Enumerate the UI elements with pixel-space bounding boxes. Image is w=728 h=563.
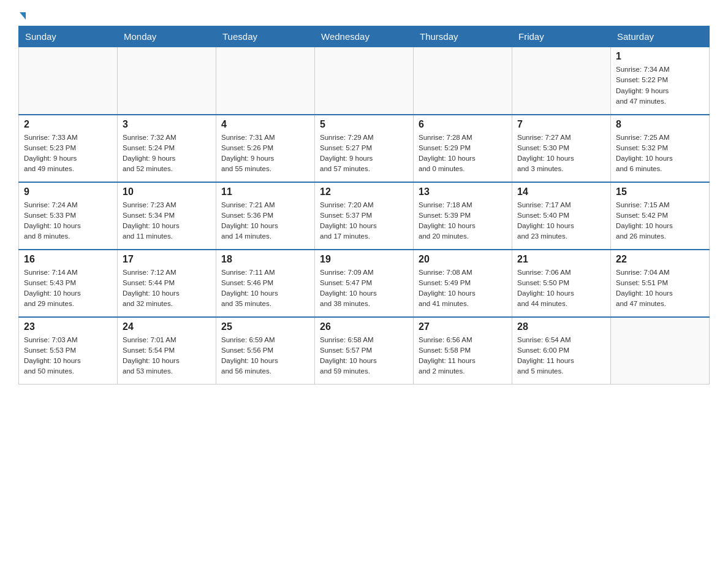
empty-cell xyxy=(611,317,710,385)
day-info: Sunrise: 7:31 AM Sunset: 5:26 PM Dayligh… xyxy=(221,132,309,175)
weekday-header-saturday: Saturday xyxy=(611,26,710,47)
empty-cell xyxy=(118,47,216,115)
day-info: Sunrise: 7:20 AM Sunset: 5:37 PM Dayligh… xyxy=(320,200,408,242)
day-info: Sunrise: 7:29 AM Sunset: 5:27 PM Dayligh… xyxy=(320,132,408,175)
calendar-day-4: 4Sunrise: 7:31 AM Sunset: 5:26 PM Daylig… xyxy=(216,115,315,182)
day-info: Sunrise: 7:23 AM Sunset: 5:34 PM Dayligh… xyxy=(123,200,211,242)
calendar-day-25: 25Sunrise: 6:59 AM Sunset: 5:56 PM Dayli… xyxy=(216,317,315,385)
day-info: Sunrise: 7:17 AM Sunset: 5:40 PM Dayligh… xyxy=(517,200,605,242)
calendar-day-11: 11Sunrise: 7:21 AM Sunset: 5:36 PM Dayli… xyxy=(216,182,315,250)
day-number: 16 xyxy=(24,254,112,265)
day-number: 9 xyxy=(24,186,112,197)
day-info: Sunrise: 6:54 AM Sunset: 6:00 PM Dayligh… xyxy=(517,335,605,377)
day-info: Sunrise: 7:24 AM Sunset: 5:33 PM Dayligh… xyxy=(24,200,112,242)
empty-cell xyxy=(19,47,118,115)
calendar-week-row-4: 16Sunrise: 7:14 AM Sunset: 5:43 PM Dayli… xyxy=(19,250,710,317)
calendar-week-row-2: 2Sunrise: 7:33 AM Sunset: 5:23 PM Daylig… xyxy=(19,115,710,182)
day-info: Sunrise: 7:32 AM Sunset: 5:24 PM Dayligh… xyxy=(123,132,211,175)
day-info: Sunrise: 6:58 AM Sunset: 5:57 PM Dayligh… xyxy=(320,335,408,377)
day-number: 21 xyxy=(517,254,605,265)
day-number: 3 xyxy=(123,119,211,130)
day-info: Sunrise: 7:12 AM Sunset: 5:44 PM Dayligh… xyxy=(123,267,211,310)
empty-cell xyxy=(414,47,512,115)
day-info: Sunrise: 7:09 AM Sunset: 5:47 PM Dayligh… xyxy=(320,267,408,310)
weekday-header-tuesday: Tuesday xyxy=(216,26,315,47)
page-header xyxy=(18,12,710,20)
calendar-day-9: 9Sunrise: 7:24 AM Sunset: 5:33 PM Daylig… xyxy=(19,182,118,250)
day-info: Sunrise: 7:33 AM Sunset: 5:23 PM Dayligh… xyxy=(24,132,112,175)
calendar-day-8: 8Sunrise: 7:25 AM Sunset: 5:32 PM Daylig… xyxy=(611,115,710,182)
day-info: Sunrise: 7:11 AM Sunset: 5:46 PM Dayligh… xyxy=(221,267,309,310)
calendar-day-7: 7Sunrise: 7:27 AM Sunset: 5:30 PM Daylig… xyxy=(512,115,611,182)
calendar-day-10: 10Sunrise: 7:23 AM Sunset: 5:34 PM Dayli… xyxy=(118,182,216,250)
day-number: 10 xyxy=(123,186,211,197)
empty-cell xyxy=(512,47,611,115)
empty-cell xyxy=(216,47,315,115)
calendar-week-row-3: 9Sunrise: 7:24 AM Sunset: 5:33 PM Daylig… xyxy=(19,182,710,250)
day-number: 23 xyxy=(24,321,112,332)
day-info: Sunrise: 7:01 AM Sunset: 5:54 PM Dayligh… xyxy=(123,335,211,377)
day-info: Sunrise: 7:15 AM Sunset: 5:42 PM Dayligh… xyxy=(616,200,704,242)
day-info: Sunrise: 7:25 AM Sunset: 5:32 PM Dayligh… xyxy=(616,132,704,175)
day-info: Sunrise: 7:27 AM Sunset: 5:30 PM Dayligh… xyxy=(517,132,605,175)
day-number: 8 xyxy=(616,119,704,130)
calendar-day-27: 27Sunrise: 6:56 AM Sunset: 5:58 PM Dayli… xyxy=(414,317,512,385)
calendar-week-row-5: 23Sunrise: 7:03 AM Sunset: 5:53 PM Dayli… xyxy=(19,317,710,385)
weekday-header-row: SundayMondayTuesdayWednesdayThursdayFrid… xyxy=(19,26,710,47)
calendar-day-21: 21Sunrise: 7:06 AM Sunset: 5:50 PM Dayli… xyxy=(512,250,611,317)
day-number: 19 xyxy=(320,254,408,265)
day-number: 28 xyxy=(517,321,605,332)
calendar-day-18: 18Sunrise: 7:11 AM Sunset: 5:46 PM Dayli… xyxy=(216,250,315,317)
day-number: 24 xyxy=(123,321,211,332)
logo xyxy=(18,12,26,20)
calendar-day-23: 23Sunrise: 7:03 AM Sunset: 5:53 PM Dayli… xyxy=(19,317,118,385)
calendar-day-24: 24Sunrise: 7:01 AM Sunset: 5:54 PM Dayli… xyxy=(118,317,216,385)
day-info: Sunrise: 7:14 AM Sunset: 5:43 PM Dayligh… xyxy=(24,267,112,310)
day-number: 26 xyxy=(320,321,408,332)
day-number: 11 xyxy=(221,186,309,197)
day-number: 15 xyxy=(616,186,704,197)
weekday-header-sunday: Sunday xyxy=(19,26,118,47)
day-info: Sunrise: 7:34 AM Sunset: 5:22 PM Dayligh… xyxy=(616,64,704,107)
day-info: Sunrise: 7:08 AM Sunset: 5:49 PM Dayligh… xyxy=(419,267,507,310)
day-info: Sunrise: 7:06 AM Sunset: 5:50 PM Dayligh… xyxy=(517,267,605,310)
day-number: 22 xyxy=(616,254,704,265)
day-number: 12 xyxy=(320,186,408,197)
day-info: Sunrise: 6:56 AM Sunset: 5:58 PM Dayligh… xyxy=(419,335,507,377)
day-info: Sunrise: 7:04 AM Sunset: 5:51 PM Dayligh… xyxy=(616,267,704,310)
day-number: 4 xyxy=(221,119,309,130)
calendar-day-20: 20Sunrise: 7:08 AM Sunset: 5:49 PM Dayli… xyxy=(414,250,512,317)
day-number: 6 xyxy=(419,119,507,130)
calendar-day-13: 13Sunrise: 7:18 AM Sunset: 5:39 PM Dayli… xyxy=(414,182,512,250)
calendar-day-12: 12Sunrise: 7:20 AM Sunset: 5:37 PM Dayli… xyxy=(315,182,414,250)
calendar-week-row-1: 1Sunrise: 7:34 AM Sunset: 5:22 PM Daylig… xyxy=(19,47,710,115)
weekday-header-monday: Monday xyxy=(118,26,216,47)
calendar-day-5: 5Sunrise: 7:29 AM Sunset: 5:27 PM Daylig… xyxy=(315,115,414,182)
calendar-day-2: 2Sunrise: 7:33 AM Sunset: 5:23 PM Daylig… xyxy=(19,115,118,182)
calendar-day-26: 26Sunrise: 6:58 AM Sunset: 5:57 PM Dayli… xyxy=(315,317,414,385)
day-number: 25 xyxy=(221,321,309,332)
day-number: 14 xyxy=(517,186,605,197)
day-number: 5 xyxy=(320,119,408,130)
empty-cell xyxy=(315,47,414,115)
day-number: 17 xyxy=(123,254,211,265)
calendar-day-19: 19Sunrise: 7:09 AM Sunset: 5:47 PM Dayli… xyxy=(315,250,414,317)
day-number: 27 xyxy=(419,321,507,332)
weekday-header-wednesday: Wednesday xyxy=(315,26,414,47)
day-info: Sunrise: 7:03 AM Sunset: 5:53 PM Dayligh… xyxy=(24,335,112,377)
calendar-day-28: 28Sunrise: 6:54 AM Sunset: 6:00 PM Dayli… xyxy=(512,317,611,385)
weekday-header-friday: Friday xyxy=(512,26,611,47)
calendar-day-6: 6Sunrise: 7:28 AM Sunset: 5:29 PM Daylig… xyxy=(414,115,512,182)
calendar-table: SundayMondayTuesdayWednesdayThursdayFrid… xyxy=(18,26,710,385)
day-info: Sunrise: 7:18 AM Sunset: 5:39 PM Dayligh… xyxy=(419,200,507,242)
day-info: Sunrise: 6:59 AM Sunset: 5:56 PM Dayligh… xyxy=(221,335,309,377)
calendar-day-15: 15Sunrise: 7:15 AM Sunset: 5:42 PM Dayli… xyxy=(611,182,710,250)
calendar-day-17: 17Sunrise: 7:12 AM Sunset: 5:44 PM Dayli… xyxy=(118,250,216,317)
day-number: 7 xyxy=(517,119,605,130)
day-number: 13 xyxy=(419,186,507,197)
logo-arrow-icon xyxy=(20,12,26,20)
calendar-day-16: 16Sunrise: 7:14 AM Sunset: 5:43 PM Dayli… xyxy=(19,250,118,317)
day-number: 1 xyxy=(616,51,704,62)
calendar-day-1: 1Sunrise: 7:34 AM Sunset: 5:22 PM Daylig… xyxy=(611,47,710,115)
calendar-day-3: 3Sunrise: 7:32 AM Sunset: 5:24 PM Daylig… xyxy=(118,115,216,182)
